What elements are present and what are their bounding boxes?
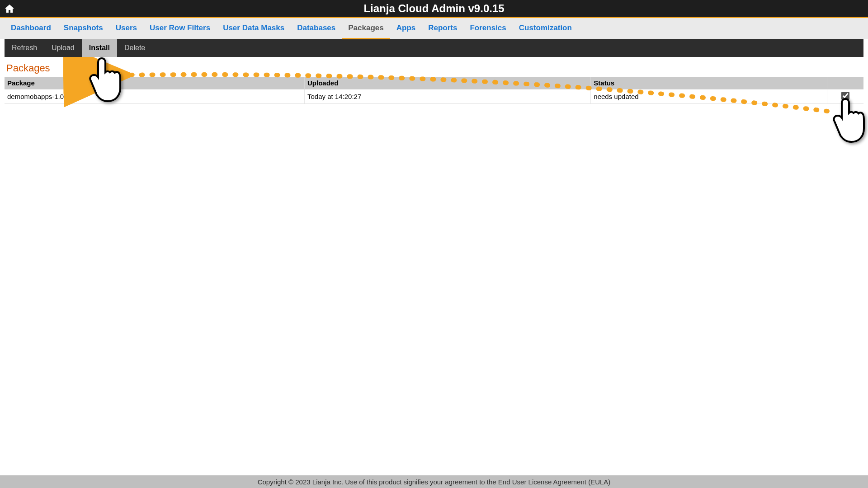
nav-tabs: DashboardSnapshotsUsersUser Row FiltersU…: [0, 18, 868, 39]
content-area: Packages Package Uploaded Status demomob…: [0, 57, 868, 104]
nav-tab-forensics[interactable]: Forensics: [463, 18, 512, 39]
nav-tab-user-data-masks[interactable]: User Data Masks: [217, 18, 291, 39]
nav-tab-user-row-filters[interactable]: User Row Filters: [143, 18, 217, 39]
title-bar: Lianja Cloud Admin v9.0.15: [0, 0, 868, 18]
nav-tab-packages[interactable]: Packages: [342, 18, 390, 39]
toolbar-refresh-button[interactable]: Refresh: [5, 39, 44, 57]
footer-text: Copyright © 2023 Lianja Inc. Use of this…: [258, 478, 611, 486]
home-button[interactable]: [2, 1, 17, 16]
app-title: Lianja Cloud Admin v9.0.15: [0, 2, 868, 15]
header-checkbox[interactable]: [827, 77, 863, 89]
header-package[interactable]: Package: [5, 77, 304, 89]
toolbar-delete-button[interactable]: Delete: [117, 39, 152, 57]
cell-uploaded: Today at 14:20:27: [304, 89, 590, 104]
cell-checkbox: [827, 89, 863, 104]
nav-tab-apps[interactable]: Apps: [390, 18, 422, 39]
nav-tab-users[interactable]: Users: [109, 18, 143, 39]
cell-package: demomobapps-1.0: [5, 89, 304, 104]
row-select-checkbox[interactable]: [841, 92, 849, 100]
toolbar-install-button[interactable]: Install: [82, 39, 117, 57]
nav-tab-snapshots[interactable]: Snapshots: [57, 18, 109, 39]
nav-tab-dashboard[interactable]: Dashboard: [5, 18, 57, 39]
toolbar: RefreshUploadInstallDelete: [5, 39, 863, 57]
header-uploaded[interactable]: Uploaded: [304, 77, 590, 89]
nav-tab-reports[interactable]: Reports: [422, 18, 463, 39]
section-title: Packages: [5, 59, 863, 77]
table-row[interactable]: demomobapps-1.0Today at 14:20:27needs up…: [5, 89, 863, 104]
footer: Copyright © 2023 Lianja Inc. Use of this…: [0, 475, 868, 488]
nav-tab-customization[interactable]: Customization: [513, 18, 578, 39]
packages-table: Package Uploaded Status demomobapps-1.0T…: [5, 77, 863, 104]
cell-status: needs updated: [591, 89, 827, 104]
table-header-row: Package Uploaded Status: [5, 77, 863, 89]
home-icon: [4, 3, 15, 14]
toolbar-upload-button[interactable]: Upload: [44, 39, 82, 57]
nav-tab-databases[interactable]: Databases: [291, 18, 342, 39]
header-status[interactable]: Status: [591, 77, 827, 89]
